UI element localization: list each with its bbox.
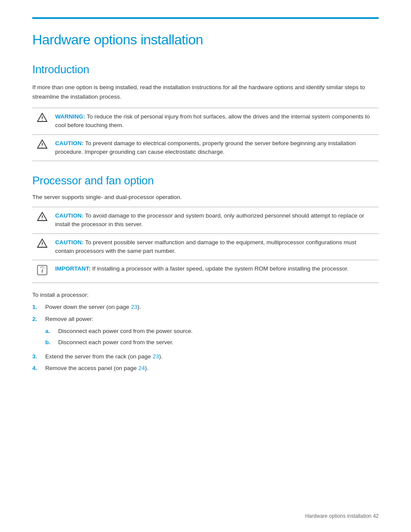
step-2-content: Remove all power: a. Disconnect each pow… — [45, 314, 379, 349]
important-icon: i — [37, 271, 48, 277]
processor-caution-label-2: CAUTION: — [55, 239, 84, 246]
processor-caution-row-1: CAUTION: To avoid damage to the processo… — [32, 207, 379, 234]
step-3-content: Extend the server from the rack (on page… — [45, 352, 379, 361]
svg-point-3 — [42, 146, 43, 147]
install-steps-list: 1. Power down the server (on page 23). 2… — [32, 302, 379, 373]
sub-step-2b-text: Disconnect each power cord from the serv… — [58, 338, 174, 347]
step-4-number: 4. — [32, 364, 45, 373]
caution-notice-text: CAUTION: To prevent damage to electrical… — [52, 134, 379, 161]
warning-notice-text: WARNING: To reduce the risk of personal … — [52, 108, 379, 135]
processor-caution-icon-cell-1 — [32, 207, 52, 234]
step-1-content: Power down the server (on page 23). — [45, 302, 379, 312]
processor-notices-table: CAUTION: To avoid damage to the processo… — [32, 207, 379, 283]
page-footer: Hardware options installation 42 — [305, 513, 379, 519]
sub-step-2b: b. Disconnect each power cord from the s… — [45, 338, 379, 347]
processor-caution-text-2: CAUTION: To prevent possible server malf… — [52, 233, 379, 260]
svg-point-7 — [42, 246, 43, 246]
footer-text: Hardware options installation — [305, 513, 371, 519]
step-4-content: Remove the access panel (on page 24). — [45, 364, 379, 373]
caution-triangle-icon — [37, 144, 47, 151]
processor-caution-text-1: CAUTION: To avoid damage to the processo… — [52, 207, 379, 234]
svg-point-1 — [42, 120, 43, 121]
processor-important-row: i IMPORTANT: If installing a processor w… — [32, 260, 379, 283]
sub-step-2a-text: Disconnect each power cord from the powe… — [58, 327, 193, 336]
warning-notice-row: WARNING: To reduce the risk of personal … — [32, 108, 379, 135]
install-intro-text: To install a processor: — [32, 292, 379, 298]
important-label: IMPORTANT: — [55, 265, 90, 272]
processor-caution-body-2: To prevent possible server malfunction a… — [55, 239, 356, 254]
introduction-body-text: If more than one option is being install… — [32, 83, 379, 101]
svg-point-5 — [42, 219, 43, 220]
processor-caution-body-1: To avoid damage to the processor and sys… — [55, 212, 364, 227]
sub-step-2a-letter: a. — [45, 327, 58, 336]
processor-important-icon-cell: i — [32, 260, 52, 283]
step-2-number: 2. — [32, 314, 45, 349]
warning-text: To reduce the risk of personal injury fr… — [55, 113, 370, 128]
step-1-number: 1. — [32, 302, 45, 312]
step-2-sub-steps: a. Disconnect each power cord from the p… — [45, 327, 379, 347]
caution-icon-cell — [32, 134, 52, 161]
processor-intro-text: The server supports single- and dual-pro… — [32, 194, 379, 200]
step-4-link[interactable]: 24 — [138, 365, 145, 371]
warning-triangle-icon — [37, 112, 47, 123]
introduction-notices-table: WARNING: To reduce the risk of personal … — [32, 108, 379, 161]
step-1: 1. Power down the server (on page 23). — [32, 302, 379, 312]
caution-notice-row: CAUTION: To prevent damage to electrical… — [32, 134, 379, 161]
caution-text-1: To prevent damage to electrical componen… — [55, 140, 356, 155]
processor-caution-icon-cell-2 — [32, 233, 52, 260]
svg-text:i: i — [41, 268, 43, 274]
sub-step-2b-letter: b. — [45, 338, 58, 347]
sub-step-2a: a. Disconnect each power cord from the p… — [45, 327, 379, 336]
processor-section: Processor and fan option The server supp… — [32, 174, 379, 373]
caution-triangle-icon-3 — [37, 243, 47, 250]
warning-icon-cell — [32, 108, 52, 135]
introduction-section: Introduction If more than one option is … — [32, 63, 379, 161]
step-3: 3. Extend the server from the rack (on p… — [32, 352, 379, 361]
important-body: If installing a processor with a faster … — [92, 265, 349, 272]
top-border-decoration — [32, 17, 379, 19]
step-4: 4. Remove the access panel (on page 24). — [32, 364, 379, 373]
page-title: Hardware options installation — [32, 32, 379, 48]
step-3-link[interactable]: 23 — [153, 353, 159, 360]
footer-page-number: 42 — [373, 513, 379, 519]
processor-caution-row-2: CAUTION: To prevent possible server malf… — [32, 233, 379, 260]
step-3-number: 3. — [32, 352, 45, 361]
warning-label: WARNING: — [55, 113, 85, 120]
page: Hardware options installation Introducti… — [0, 0, 411, 532]
processor-important-text: IMPORTANT: If installing a processor wit… — [52, 260, 379, 283]
caution-label-1: CAUTION: — [55, 140, 84, 146]
step-2: 2. Remove all power: a. Disconnect each … — [32, 314, 379, 349]
processor-section-heading: Processor and fan option — [32, 174, 379, 187]
step-1-link[interactable]: 23 — [131, 304, 137, 310]
caution-triangle-icon-2 — [37, 217, 47, 223]
introduction-heading: Introduction — [32, 63, 379, 76]
processor-caution-label-1: CAUTION: — [55, 212, 84, 219]
